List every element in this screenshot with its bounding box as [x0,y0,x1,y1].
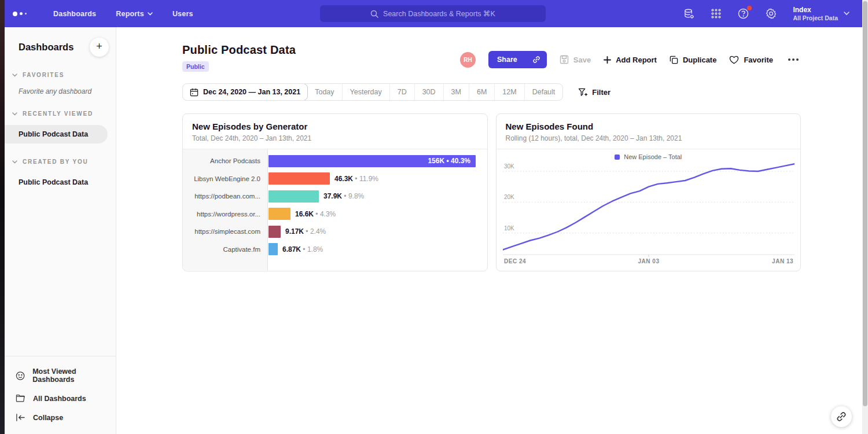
card-subtitle: Rolling (12 hours), total, Dec 24th, 202… [506,134,792,142]
bar-value-label: 16.6K • 4.3% [295,210,336,218]
settings-gear-icon[interactable] [765,8,777,20]
top-navbar: Dashboards Reports Users Search Dashboar… [5,0,862,27]
sidebar-item-public-podcast-data[interactable]: Public Podcast Data [5,125,108,144]
series-line[interactable] [503,164,795,249]
filter-button[interactable]: Filter [578,88,610,97]
date-preset-6m[interactable]: 6M [469,84,495,100]
project-switcher[interactable]: Index All Project Data [793,6,849,22]
share-button[interactable]: Share [488,51,526,68]
avatar[interactable]: RH [460,52,476,68]
data-sources-icon[interactable] [683,8,695,20]
nav-item-dashboards[interactable]: Dashboards [53,10,96,18]
new-dashboard-button[interactable]: + [90,38,109,57]
save-button[interactable]: Save [560,55,591,64]
chevron-down-icon [12,160,17,164]
bar-segment[interactable] [269,208,290,220]
duplicate-icon [670,56,678,64]
y-axis-label: 10K [504,225,514,231]
bar-row[interactable]: Libsyn WebEngine 2.046.3K • 11.9% [183,170,487,188]
bar-row[interactable]: https://podbean.com...37.9K • 9.8% [183,187,487,205]
amplitude-logo-icon[interactable] [13,12,37,16]
date-preset-default[interactable]: Default [525,84,563,100]
project-name: Index [793,6,838,15]
bar-value-label: 37.9K • 9.8% [323,192,364,200]
calendar-icon [190,88,198,97]
primary-nav: Dashboards Reports Users [53,10,193,18]
chevron-down-icon [844,12,849,16]
collapse-sidebar-button[interactable]: Collapse [5,408,116,427]
link-icon [836,411,847,422]
copy-link-button[interactable] [526,51,547,68]
bar-category-label: https://wordpress.or... [183,211,268,218]
section-favorites[interactable]: FAVORITES [5,72,116,78]
legend-swatch [615,155,620,160]
bar-row[interactable]: Anchor Podcasts156K • 40.3% [183,152,487,170]
card-title: New Episodes by Generator [192,122,478,131]
bar-segment[interactable] [269,172,330,185]
date-range-group: Dec 24, 2020 — Jan 13, 2021 TodayYesterd… [182,83,563,101]
share-split-button: Share [488,51,547,68]
link-icon [532,56,540,64]
bar-category-label: Libsyn WebEngine 2.0 [183,175,268,182]
bar-row[interactable]: https://wordpress.or...16.6K • 4.3% [183,205,487,223]
plus-icon [604,56,611,64]
most-viewed-dashboards-button[interactable]: Most Viewed Dashboards [5,362,116,389]
apps-grid-icon[interactable] [711,8,722,19]
card-new-episodes-by-generator[interactable]: New Episodes by Generator Total, Dec 24t… [182,113,488,271]
desktop-edge [0,0,5,434]
scrollbar-thumb[interactable] [863,1,867,406]
date-preset-yesterday[interactable]: Yesterday [343,84,390,100]
section-created-by-you[interactable]: CREATED BY YOU [5,159,116,165]
card-title: New Episodes Found [506,122,792,131]
nav-item-reports[interactable]: Reports [116,10,153,18]
bar-value-label: 46.3K • 11.9% [334,175,378,183]
sidebar-footer: Most Viewed Dashboards All Dashboards Co… [5,356,116,434]
date-preset-7d[interactable]: 7D [390,84,415,100]
x-axis-label: DEC 24 [504,258,526,264]
notification-badge [747,6,752,10]
bar-row[interactable]: Captivate.fm6.87K • 1.8% [183,241,487,259]
bar-value-label: 156K • 40.3% [428,157,476,165]
bar-value-label: 9.17K • 2.4% [285,227,326,236]
y-axis-label: 30K [504,163,514,170]
dashboards-sidebar: Dashboards + FAVORITES Favorite any dash… [5,27,116,434]
chart-legend: New Episode – Total [496,149,801,160]
date-preset-3m[interactable]: 3M [444,84,469,100]
bar-segment[interactable]: 156K • 40.3% [269,155,476,167]
bar-value-label: 6.87K • 1.8% [282,245,323,253]
public-badge: Public [182,61,209,72]
favorite-button[interactable]: Favorite [729,56,773,64]
bar-segment[interactable] [269,243,278,255]
bar-row[interactable]: https://simplecast.com9.17K • 2.4% [183,223,487,241]
collapse-icon [16,413,25,422]
heart-icon [729,56,739,64]
date-preset-30d[interactable]: 30D [415,84,444,100]
date-preset-12m[interactable]: 12M [495,84,524,100]
share-link-fab[interactable] [831,406,852,427]
x-axis-label: JAN 03 [638,258,659,264]
date-preset-today[interactable]: Today [307,84,342,100]
date-range-picker[interactable]: Dec 24, 2020 — Jan 13, 2021 [182,83,308,101]
more-options-icon[interactable] [786,56,801,63]
bar-segment[interactable] [269,226,281,238]
card-new-episodes-found[interactable]: New Episodes Found Rolling (12 hours), t… [496,113,801,271]
help-icon[interactable] [737,8,749,20]
y-axis-label: 20K [504,194,514,200]
bar-category-label: Captivate.fm [183,246,268,253]
navbar-right: Index All Project Data [683,0,849,27]
card-subtitle: Total, Dec 24th, 2020 – Jan 13th, 2021 [192,134,478,142]
chevron-down-icon [148,12,153,16]
nav-item-users[interactable]: Users [172,10,193,18]
sidebar-item-public-podcast-data-created[interactable]: Public Podcast Data [5,173,116,192]
page-scrollbar[interactable] [862,0,868,434]
search-input[interactable]: Search Dashboards & Reports ⌘K [320,5,546,22]
all-dashboards-button[interactable]: All Dashboards [5,389,116,408]
add-report-button[interactable]: Add Report [604,56,657,64]
bar-segment[interactable] [269,190,319,203]
project-scope: All Project Data [793,14,838,21]
page-title: Public Podcast Data [182,43,296,57]
section-recently-viewed[interactable]: RECENTLY VIEWED [5,111,116,117]
line-chart-svg: 10K20K30KDEC 24JAN 03JAN 13 [503,162,795,270]
duplicate-button[interactable]: Duplicate [670,56,717,64]
line-chart: New Episode – Total 10K20K30KDEC 24JAN 0… [496,149,801,270]
